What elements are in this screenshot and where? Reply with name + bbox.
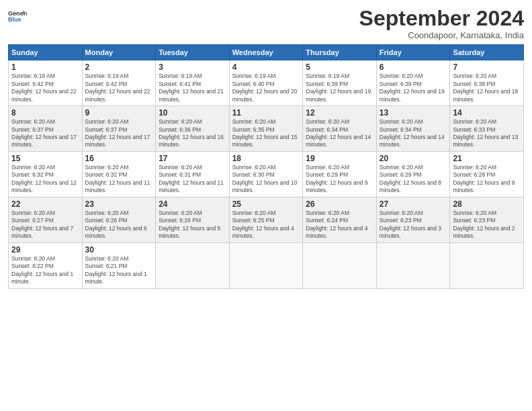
sunrise-label: Sunrise: 6:20 AM — [11, 164, 55, 171]
page-container: General Blue September 2024 Coondapoor, … — [0, 0, 532, 295]
daylight-label: Daylight: 12 hours and 4 minutes. — [306, 225, 367, 239]
sunset-label: Sunset: 6:38 PM — [453, 81, 495, 87]
day-number: 6 — [380, 62, 447, 72]
logo: General Blue — [8, 7, 27, 26]
sunset-label: Sunset: 6:35 PM — [232, 126, 275, 133]
sunset-label: Sunset: 6:25 PM — [232, 217, 275, 224]
calendar-cell: 7 Sunrise: 6:20 AM Sunset: 6:38 PM Dayli… — [450, 60, 524, 106]
day-number: 18 — [232, 154, 300, 163]
calendar-cell: 20 Sunrise: 6:20 AM Sunset: 6:29 PM Dayl… — [376, 151, 450, 197]
daylight-label: Daylight: 12 hours and 17 minutes. — [85, 134, 150, 148]
sunrise-label: Sunrise: 6:19 AM — [85, 73, 129, 79]
calendar-cell: 9 Sunrise: 6:20 AM Sunset: 6:37 PM Dayli… — [82, 106, 156, 152]
day-info: Sunrise: 6:20 AM Sunset: 6:27 PM Dayligh… — [11, 210, 79, 240]
day-number: 19 — [306, 154, 373, 163]
sunset-label: Sunset: 6:31 PM — [159, 171, 201, 178]
sunrise-label: Sunrise: 6:20 AM — [232, 210, 276, 216]
calendar-cell: 25 Sunrise: 6:20 AM Sunset: 6:25 PM Dayl… — [229, 197, 303, 242]
sunrise-label: Sunrise: 6:20 AM — [159, 164, 202, 171]
day-info: Sunrise: 6:20 AM Sunset: 6:25 PM Dayligh… — [232, 210, 300, 240]
day-info: Sunrise: 6:20 AM Sunset: 6:37 PM Dayligh… — [11, 118, 79, 149]
day-info: Sunrise: 6:20 AM Sunset: 6:30 PM Dayligh… — [232, 164, 300, 195]
daylight-label: Daylight: 12 hours and 19 minutes. — [306, 88, 371, 102]
day-number: 1 — [11, 62, 79, 72]
daylight-label: Daylight: 12 hours and 14 minutes. — [306, 134, 371, 148]
calendar-cell: 3 Sunrise: 6:19 AM Sunset: 6:41 PM Dayli… — [156, 60, 230, 106]
daylight-label: Daylight: 12 hours and 16 minutes. — [159, 134, 224, 148]
sunrise-label: Sunrise: 6:20 AM — [159, 210, 202, 216]
day-info: Sunrise: 6:20 AM Sunset: 6:23 PM Dayligh… — [380, 210, 447, 240]
calendar-cell: 5 Sunrise: 6:19 AM Sunset: 6:39 PM Dayli… — [303, 60, 377, 106]
sunrise-label: Sunrise: 6:19 AM — [11, 73, 55, 79]
calendar-cell: 24 Sunrise: 6:20 AM Sunset: 6:26 PM Dayl… — [156, 197, 230, 242]
day-info: Sunrise: 6:19 AM Sunset: 6:41 PM Dayligh… — [159, 73, 226, 103]
day-info: Sunrise: 6:20 AM Sunset: 6:29 PM Dayligh… — [380, 164, 447, 195]
sunrise-label: Sunrise: 6:20 AM — [380, 118, 423, 125]
sunset-label: Sunset: 6:39 PM — [380, 81, 422, 87]
calendar-cell: 12 Sunrise: 6:20 AM Sunset: 6:34 PM Dayl… — [303, 106, 377, 152]
day-number: 10 — [159, 108, 226, 118]
daylight-label: Daylight: 12 hours and 1 minute. — [11, 271, 73, 285]
calendar-cell — [156, 242, 230, 288]
calendar-row-2: 8 Sunrise: 6:20 AM Sunset: 6:37 PM Dayli… — [9, 106, 524, 152]
header-wednesday: Wednesday — [229, 45, 303, 60]
sunrise-label: Sunrise: 6:20 AM — [306, 210, 349, 216]
daylight-label: Daylight: 12 hours and 3 minutes. — [380, 225, 441, 239]
calendar-cell: 10 Sunrise: 6:20 AM Sunset: 6:36 PM Dayl… — [156, 106, 230, 152]
header-saturday: Saturday — [450, 45, 524, 60]
sunset-label: Sunset: 6:32 PM — [85, 171, 128, 178]
day-number: 20 — [380, 154, 447, 163]
day-info: Sunrise: 6:20 AM Sunset: 6:31 PM Dayligh… — [159, 164, 226, 195]
daylight-label: Daylight: 12 hours and 22 minutes. — [85, 88, 150, 102]
sunrise-label: Sunrise: 6:20 AM — [11, 255, 55, 262]
day-number: 27 — [380, 199, 447, 209]
header: General Blue September 2024 Coondapoor, … — [8, 7, 524, 40]
sunset-label: Sunset: 6:29 PM — [380, 171, 422, 178]
sunset-label: Sunset: 6:37 PM — [85, 126, 128, 133]
day-number: 4 — [232, 62, 300, 72]
sunrise-label: Sunrise: 6:20 AM — [232, 118, 276, 125]
daylight-label: Daylight: 12 hours and 17 minutes. — [11, 134, 77, 148]
calendar-cell — [450, 242, 524, 288]
calendar-cell: 14 Sunrise: 6:20 AM Sunset: 6:33 PM Dayl… — [450, 106, 524, 152]
calendar-cell: 30 Sunrise: 6:20 AM Sunset: 6:21 PM Dayl… — [82, 242, 156, 288]
day-info: Sunrise: 6:20 AM Sunset: 6:26 PM Dayligh… — [159, 210, 226, 240]
daylight-label: Daylight: 12 hours and 19 minutes. — [380, 88, 445, 102]
day-info: Sunrise: 6:20 AM Sunset: 6:34 PM Dayligh… — [380, 118, 447, 149]
sunset-label: Sunset: 6:22 PM — [11, 263, 54, 269]
calendar-cell: 4 Sunrise: 6:19 AM Sunset: 6:40 PM Dayli… — [229, 60, 303, 106]
sunset-label: Sunset: 6:37 PM — [11, 126, 54, 133]
sunrise-label: Sunrise: 6:20 AM — [85, 164, 129, 171]
sunrise-label: Sunrise: 6:20 AM — [306, 164, 349, 171]
sunset-label: Sunset: 6:21 PM — [85, 263, 128, 269]
day-info: Sunrise: 6:20 AM Sunset: 6:33 PM Dayligh… — [453, 118, 521, 149]
calendar-cell — [303, 242, 377, 288]
day-info: Sunrise: 6:20 AM Sunset: 6:22 PM Dayligh… — [11, 255, 79, 286]
sunrise-label: Sunrise: 6:20 AM — [453, 73, 496, 79]
sunset-label: Sunset: 6:42 PM — [85, 81, 128, 87]
calendar-cell: 11 Sunrise: 6:20 AM Sunset: 6:35 PM Dayl… — [229, 106, 303, 152]
daylight-label: Daylight: 12 hours and 4 minutes. — [232, 225, 294, 239]
sunrise-label: Sunrise: 6:20 AM — [306, 118, 349, 125]
day-number: 25 — [232, 199, 300, 209]
day-number: 8 — [11, 108, 79, 118]
sunset-label: Sunset: 6:36 PM — [159, 126, 201, 133]
daylight-label: Daylight: 12 hours and 1 minute. — [85, 271, 147, 285]
sunset-label: Sunset: 6:30 PM — [232, 171, 275, 178]
calendar-cell: 26 Sunrise: 6:20 AM Sunset: 6:24 PM Dayl… — [303, 197, 377, 242]
calendar-cell: 13 Sunrise: 6:20 AM Sunset: 6:34 PM Dayl… — [376, 106, 450, 152]
sunset-label: Sunset: 6:34 PM — [306, 126, 348, 133]
calendar-cell: 19 Sunrise: 6:20 AM Sunset: 6:29 PM Dayl… — [303, 151, 377, 197]
sunrise-label: Sunrise: 6:20 AM — [85, 255, 129, 262]
day-info: Sunrise: 6:20 AM Sunset: 6:39 PM Dayligh… — [380, 73, 447, 103]
day-info: Sunrise: 6:20 AM Sunset: 6:32 PM Dayligh… — [85, 164, 153, 195]
sunset-label: Sunset: 6:33 PM — [453, 126, 495, 133]
sunset-label: Sunset: 6:28 PM — [453, 171, 495, 178]
sunset-label: Sunset: 6:41 PM — [159, 81, 201, 87]
day-number: 15 — [11, 154, 79, 163]
day-number: 28 — [453, 199, 521, 209]
calendar-cell: 2 Sunrise: 6:19 AM Sunset: 6:42 PM Dayli… — [82, 60, 156, 106]
sunrise-label: Sunrise: 6:20 AM — [453, 210, 496, 216]
daylight-label: Daylight: 12 hours and 20 minutes. — [232, 88, 298, 102]
calendar-cell: 28 Sunrise: 6:20 AM Sunset: 6:23 PM Dayl… — [450, 197, 524, 242]
